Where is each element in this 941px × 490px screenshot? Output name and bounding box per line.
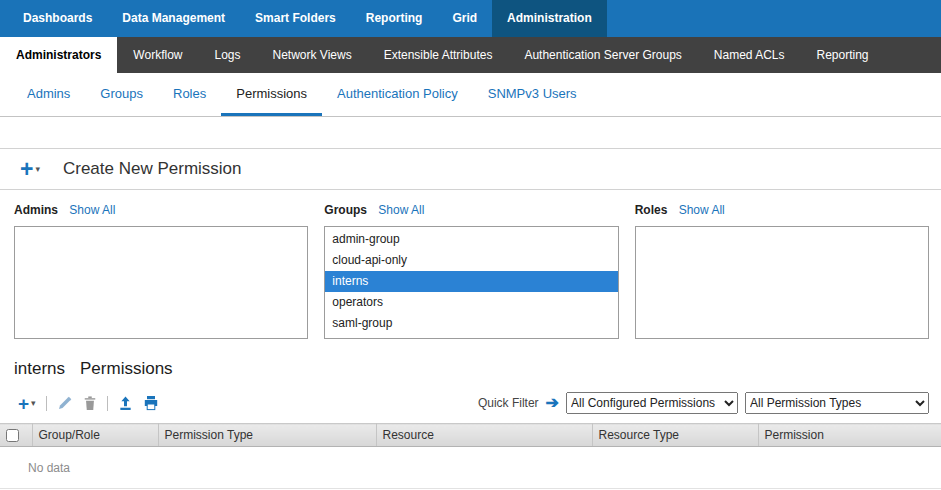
subnav-permissions[interactable]: Permissions	[221, 73, 322, 116]
quick-filter-arrow-icon[interactable]: ➔	[546, 395, 559, 411]
create-permission-title: Create New Permission	[63, 159, 242, 179]
admin-sub-navigation: Admins Groups Roles Permissions Authenti…	[0, 73, 941, 117]
roles-column: Roles Show All	[635, 203, 929, 339]
tab-administrators[interactable]: Administrators	[0, 37, 117, 73]
add-permission-icon[interactable]: +	[20, 158, 33, 181]
admins-show-all-link[interactable]: Show All	[69, 203, 115, 217]
permissions-toolbar: + ▾	[0, 379, 941, 420]
add-dropdown-caret-icon: ▾	[31, 398, 36, 408]
group-list-item[interactable]: cloud-api-only	[325, 250, 617, 271]
quick-filter-label: Quick Filter	[478, 396, 539, 410]
column-header-permission-type[interactable]: Permission Type	[158, 424, 376, 447]
trash-icon	[83, 395, 97, 411]
select-all-checkbox[interactable]	[6, 429, 19, 442]
table-header-row: Group/Role Permission Type Resource Reso…	[0, 424, 941, 447]
printer-icon	[143, 395, 159, 411]
edit-pencil-icon	[57, 395, 73, 411]
no-data-message: No data	[0, 447, 941, 489]
roles-show-all-link[interactable]: Show All	[679, 203, 725, 217]
add-permission-dropdown-caret-icon[interactable]: ▾	[35, 164, 40, 174]
permissions-context: interns	[14, 359, 65, 379]
add-row-button[interactable]: + ▾	[18, 394, 36, 413]
column-header-permission[interactable]: Permission	[758, 424, 941, 447]
tab-workflow[interactable]: Workflow	[117, 37, 198, 73]
print-button[interactable]	[143, 395, 159, 411]
admins-label: Admins	[14, 203, 58, 217]
add-icon: +	[18, 394, 29, 413]
column-header-resource-type[interactable]: Resource Type	[592, 424, 758, 447]
roles-label: Roles	[635, 203, 668, 217]
group-list-item[interactable]: saml-group	[325, 313, 617, 334]
nav-data-management[interactable]: Data Management	[107, 0, 240, 37]
column-header-group-role[interactable]: Group/Role	[32, 424, 158, 447]
subnav-authentication-policy[interactable]: Authentication Policy	[322, 73, 473, 116]
permissions-heading: interns Permissions	[0, 339, 941, 379]
selector-row: Admins Show All Groups Show All admin-gr…	[0, 190, 941, 339]
toolbar-separator	[107, 396, 108, 411]
delete-button[interactable]	[83, 395, 97, 411]
tab-logs[interactable]: Logs	[198, 37, 256, 73]
group-list-item[interactable]: operators	[325, 292, 617, 313]
edit-button[interactable]	[57, 395, 73, 411]
nav-grid[interactable]: Grid	[437, 0, 492, 37]
subnav-admins[interactable]: Admins	[12, 73, 85, 116]
upload-icon	[118, 396, 133, 411]
tab-named-acls[interactable]: Named ACLs	[698, 37, 801, 73]
groups-column: Groups Show All admin-group cloud-api-on…	[324, 203, 618, 339]
tab-network-views[interactable]: Network Views	[257, 37, 368, 73]
column-header-resource[interactable]: Resource	[376, 424, 592, 447]
group-list-item-selected[interactable]: interns	[325, 271, 617, 292]
create-permission-section: + ▾ Create New Permission	[0, 148, 941, 190]
page: Dashboards Data Management Smart Folders…	[0, 0, 941, 490]
nav-administration[interactable]: Administration	[492, 0, 607, 37]
roles-listbox[interactable]	[635, 226, 929, 339]
subnav-groups[interactable]: Groups	[85, 73, 158, 116]
groups-show-all-link[interactable]: Show All	[378, 203, 424, 217]
quick-filter-group: Quick Filter ➔ All Configured Permission…	[478, 392, 929, 414]
tab-authentication-server-groups[interactable]: Authentication Server Groups	[508, 37, 697, 73]
configured-permissions-select[interactable]: All Configured Permissions	[566, 392, 738, 414]
nav-smart-folders[interactable]: Smart Folders	[240, 0, 351, 37]
groups-label: Groups	[324, 203, 367, 217]
admins-column: Admins Show All	[14, 203, 308, 339]
top-navigation: Dashboards Data Management Smart Folders…	[0, 0, 941, 37]
select-all-cell	[0, 424, 32, 447]
tab-reporting[interactable]: Reporting	[801, 37, 885, 73]
nav-dashboards[interactable]: Dashboards	[8, 0, 107, 37]
admin-tab-bar: Administrators Workflow Logs Network Vie…	[0, 37, 941, 73]
nav-reporting[interactable]: Reporting	[351, 0, 438, 37]
group-list-item[interactable]: admin-group	[325, 229, 617, 250]
toolbar-separator	[46, 396, 47, 411]
admins-listbox[interactable]	[14, 226, 308, 339]
tab-extensible-attributes[interactable]: Extensible Attributes	[368, 37, 509, 73]
subnav-roles[interactable]: Roles	[158, 73, 221, 116]
permissions-table: Group/Role Permission Type Resource Reso…	[0, 423, 941, 447]
upload-button[interactable]	[118, 396, 133, 411]
permissions-title: Permissions	[80, 359, 173, 379]
permission-types-select[interactable]: All Permission Types	[745, 392, 929, 414]
groups-listbox[interactable]: admin-group cloud-api-only interns opera…	[324, 226, 618, 339]
subnav-snmpv3-users[interactable]: SNMPv3 Users	[473, 73, 592, 116]
